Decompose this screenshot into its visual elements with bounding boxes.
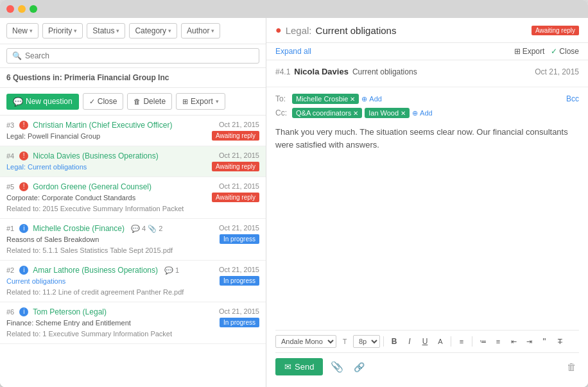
right-panel: ● Legal: Current obligations Awaiting re… <box>266 18 588 387</box>
remove-coordinators-button[interactable]: ✕ <box>353 110 358 117</box>
right-actions: ⊞ Export ✓ Close <box>514 47 579 56</box>
send-button[interactable]: ✉ Send <box>275 358 323 375</box>
list-item[interactable]: #4 ! Nicola Davies (Business Operations)… <box>0 146 266 177</box>
q5-number: #5 <box>6 183 14 191</box>
font-color-button[interactable]: A <box>433 334 447 348</box>
author-filter-button[interactable]: Author ▾ <box>181 23 220 39</box>
clearformat-button[interactable]: T̶ <box>553 334 567 348</box>
export-button[interactable]: ⊞ Export ▾ <box>176 93 225 110</box>
check-icon: ✓ <box>89 98 95 106</box>
message-meta: #4.1 Nicola Davies Current obligations O… <box>275 67 579 76</box>
bcc-button[interactable]: Bcc <box>566 94 579 103</box>
bold-button[interactable]: B <box>387 334 401 348</box>
font-size-icon: T <box>338 334 352 348</box>
unordered-list-button[interactable]: ≡ <box>491 334 505 348</box>
trash-icon: 🗑 <box>134 98 141 105</box>
q3-number: #3 <box>6 121 14 129</box>
new-filter-button[interactable]: New ▾ <box>6 23 39 39</box>
status-icon-blue: i <box>19 307 28 316</box>
message-thread: #4.1 Nicola Davies Current obligations O… <box>266 60 588 87</box>
export-chevron-icon: ▾ <box>216 98 219 105</box>
category-chevron-icon: ▾ <box>168 28 171 34</box>
questions-list: #3 ! Christian Martin (Chief Executive O… <box>0 116 266 387</box>
close-action-button[interactable]: ✓ Close <box>83 93 124 110</box>
underline-button[interactable]: U <box>418 334 432 348</box>
plus-icon: ⊕ <box>361 95 367 103</box>
italic-button[interactable]: I <box>402 334 417 348</box>
status-icon-red: ! <box>19 151 28 160</box>
q6-number: #6 <box>6 308 14 316</box>
remove-michelle-button[interactable]: ✕ <box>350 96 355 103</box>
list-item[interactable]: #3 ! Christian Martin (Chief Executive O… <box>0 116 266 146</box>
status-icon-blue: i <box>19 266 28 275</box>
priority-filter-button[interactable]: Priority ▾ <box>42 23 83 39</box>
compose-area: To: Michelle Crosbie ✕ ⊕ Add Bcc <box>266 87 588 387</box>
indent-left-button[interactable]: ⇤ <box>506 334 521 348</box>
new-chevron-icon: ▾ <box>30 28 33 34</box>
add-cc-button[interactable]: ⊕ Add <box>412 109 433 117</box>
close-button[interactable] <box>6 5 14 13</box>
search-wrap: 🔍 <box>6 48 259 64</box>
right-toolbar: Expand all ⊞ Export ✓ Close <box>266 43 588 60</box>
ordered-list-button[interactable]: ≔ <box>476 334 490 348</box>
search-input[interactable] <box>25 51 115 60</box>
alert-icon: ● <box>275 24 282 36</box>
separator-1 <box>383 336 384 347</box>
app-window: New ▾ Priority ▾ Status ▾ Category ▾ Aut… <box>0 0 588 387</box>
list-header: 6 Questions in: Primeria Financial Group… <box>0 68 266 88</box>
compose-body[interactable]: Thank you very much. The situation seems… <box>275 122 579 330</box>
add-to-button[interactable]: ⊕ Add <box>361 95 382 103</box>
minimize-button[interactable] <box>18 5 26 13</box>
discard-button[interactable]: 🗑 <box>564 359 579 375</box>
filter-toolbar: New ▾ Priority ▾ Status ▾ Category ▾ Aut… <box>0 18 266 44</box>
list-item[interactable]: #6 i Tom Peterson (Legal) Oct 21, 2015 F… <box>0 302 266 344</box>
attach-button[interactable]: 📎 <box>328 358 346 375</box>
status-icon-red: ! <box>19 121 28 130</box>
q2-number: #2 <box>6 266 14 274</box>
to-tag-michelle: Michelle Crosbie ✕ <box>292 94 359 104</box>
right-title: ● Legal: Current obligations <box>275 24 396 36</box>
to-tags: Michelle Crosbie ✕ ⊕ Add <box>292 94 382 104</box>
q4-number: #4 <box>6 152 14 160</box>
send-icon: ✉ <box>284 362 291 372</box>
export-icon: ⊞ <box>182 98 188 106</box>
send-bar: ✉ Send 📎 🔗 🗑 <box>275 353 579 381</box>
awaiting-reply-badge: Awaiting reply <box>532 26 579 35</box>
left-panel: New ▾ Priority ▾ Status ▾ Category ▾ Aut… <box>0 18 266 387</box>
plus-cc-icon: ⊕ <box>412 109 418 117</box>
font-family-select[interactable]: Andale Mono <box>275 335 336 348</box>
remove-ianwood-button[interactable]: ✕ <box>401 110 406 117</box>
font-size-select[interactable]: 8px <box>353 335 380 348</box>
author-chevron-icon: ▾ <box>211 28 214 34</box>
close-action-button[interactable]: ✓ Close <box>551 47 579 56</box>
list-item[interactable]: #1 i Michelle Crosbie (Finance) 💬 4 📎 2 … <box>0 219 266 261</box>
cc-tag-ianwood: Ian Wood ✕ <box>365 108 410 118</box>
priority-chevron-icon: ▾ <box>74 28 77 34</box>
maximize-button[interactable] <box>30 5 37 13</box>
status-chevron-icon: ▾ <box>116 28 119 34</box>
list-item[interactable]: #2 i Amar Lathore (Business Operations) … <box>0 261 266 302</box>
separator-3 <box>472 336 472 347</box>
q1-number: #1 <box>6 225 14 232</box>
cc-field: Cc: Q&A coordinators ✕ Ian Wood ✕ ⊕ Add <box>275 108 579 118</box>
new-question-button[interactable]: 💬 New question <box>6 94 79 110</box>
category-filter-button[interactable]: Category ▾ <box>129 23 177 39</box>
status-icon-blue: i <box>19 224 28 233</box>
delete-button[interactable]: 🗑 Delete <box>127 93 172 110</box>
blockquote-button[interactable]: " <box>537 334 551 348</box>
expand-all-button[interactable]: Expand all <box>275 47 311 56</box>
link-button[interactable]: 🔗 <box>351 359 367 375</box>
grid-icon: ⊞ <box>514 47 521 56</box>
export-action-button[interactable]: ⊞ Export <box>514 47 545 56</box>
separator-2 <box>451 336 451 347</box>
chat-icon: 💬 <box>13 97 23 107</box>
indent-right-button[interactable]: ⇥ <box>522 334 536 348</box>
search-icon: 🔍 <box>12 51 22 60</box>
search-bar: 🔍 <box>0 44 266 68</box>
action-bar: 💬 New question ✓ Close 🗑 Delete ⊞ Export… <box>0 88 266 116</box>
status-filter-button[interactable]: Status ▾ <box>87 23 125 39</box>
cc-tags: Q&A coordinators ✕ Ian Wood ✕ ⊕ Add <box>292 108 433 118</box>
list-item[interactable]: #5 ! Gordon Greene (General Counsel) Oct… <box>0 177 266 219</box>
align-button[interactable]: ≡ <box>454 334 469 348</box>
check-green-icon: ✓ <box>551 47 557 56</box>
